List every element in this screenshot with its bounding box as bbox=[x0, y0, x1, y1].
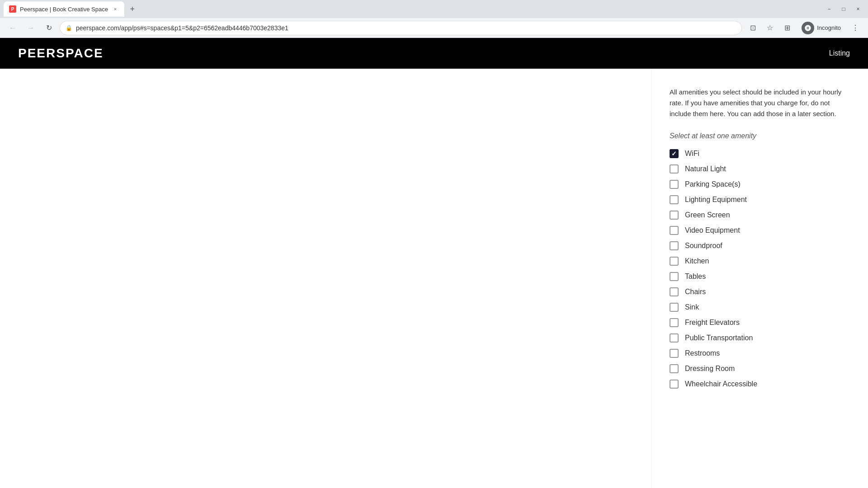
incognito-button[interactable]: Incognito bbox=[797, 20, 845, 36]
amenity-label-kitchen: Kitchen bbox=[685, 257, 709, 265]
amenity-checkbox-green-screen[interactable] bbox=[670, 211, 679, 220]
amenity-label-chairs: Chairs bbox=[685, 288, 706, 296]
maximize-button[interactable]: □ bbox=[837, 3, 850, 15]
amenity-checkbox-freight-elevators[interactable] bbox=[670, 318, 679, 327]
amenity-checkbox-sink[interactable] bbox=[670, 303, 679, 312]
browser-tab[interactable]: P Peerspace | Book Creative Space × bbox=[4, 1, 124, 17]
amenity-label-natural-light: Natural Light bbox=[685, 165, 726, 173]
left-panel bbox=[0, 69, 651, 488]
amenity-checkbox-parking-spaces[interactable] bbox=[670, 180, 679, 189]
browser-chrome: P Peerspace | Book Creative Space × + − … bbox=[0, 0, 868, 38]
amenity-checkbox-lighting-equipment[interactable] bbox=[670, 195, 679, 204]
bookmark-button[interactable]: ☆ bbox=[763, 21, 777, 35]
amenity-label-restrooms: Restrooms bbox=[685, 349, 720, 357]
amenity-checkbox-soundproof[interactable] bbox=[670, 241, 679, 250]
amenity-checkbox-wheelchair-accessible[interactable] bbox=[670, 380, 679, 389]
address-bar[interactable]: 🔒 peerspace.com/app/ps#s=spaces&p1=5&p2=… bbox=[60, 21, 742, 35]
amenity-item-wheelchair-accessible[interactable]: Wheelchair Accessible bbox=[670, 380, 850, 389]
amenity-checkbox-dressing-room[interactable] bbox=[670, 364, 679, 373]
right-panel: All amenities you select should be inclu… bbox=[651, 69, 868, 488]
amenity-label-wifi: WiFi bbox=[685, 150, 699, 158]
forward-button[interactable]: → bbox=[24, 21, 38, 35]
amenity-label-wheelchair-accessible: Wheelchair Accessible bbox=[685, 380, 757, 388]
amenity-list: ✓WiFiNatural LightParking Space(s)Lighti… bbox=[670, 149, 850, 389]
new-tab-button[interactable]: + bbox=[126, 3, 139, 15]
cast-button[interactable]: ⊡ bbox=[745, 21, 760, 35]
browser-toolbar: ← → ↻ 🔒 peerspace.com/app/ps#s=spaces&p1… bbox=[0, 18, 868, 38]
amenity-checkbox-public-transportation[interactable] bbox=[670, 333, 679, 343]
amenity-checkbox-kitchen[interactable] bbox=[670, 257, 679, 266]
listing-nav-link[interactable]: Listing bbox=[829, 49, 850, 57]
amenity-item-tables[interactable]: Tables bbox=[670, 272, 850, 281]
close-window-button[interactable]: × bbox=[852, 3, 864, 15]
amenity-checkbox-chairs[interactable] bbox=[670, 287, 679, 296]
window-controls: − □ × bbox=[823, 3, 864, 15]
amenity-label-freight-elevators: Freight Elevators bbox=[685, 319, 740, 327]
amenity-checkbox-video-equipment[interactable] bbox=[670, 226, 679, 235]
lock-icon: 🔒 bbox=[66, 25, 72, 31]
amenity-item-sink[interactable]: Sink bbox=[670, 303, 850, 312]
tab-favicon: P bbox=[9, 5, 16, 13]
header-nav: Listing bbox=[829, 49, 850, 57]
amenity-label-public-transportation: Public Transportation bbox=[685, 334, 753, 342]
amenity-item-restrooms[interactable]: Restrooms bbox=[670, 349, 850, 358]
select-at-least-label: Select at least one amenity bbox=[670, 132, 850, 140]
amenity-item-natural-light[interactable]: Natural Light bbox=[670, 164, 850, 174]
amenity-label-soundproof: Soundproof bbox=[685, 242, 722, 250]
page-content: PEERSPACE Listing All amenities you sele… bbox=[0, 38, 868, 488]
amenity-item-public-transportation[interactable]: Public Transportation bbox=[670, 333, 850, 343]
amenity-label-lighting-equipment: Lighting Equipment bbox=[685, 196, 747, 204]
reload-button[interactable]: ↻ bbox=[42, 21, 56, 35]
main-content: All amenities you select should be inclu… bbox=[0, 69, 868, 488]
url-text: peerspace.com/app/ps#s=spaces&p1=5&p2=65… bbox=[76, 24, 288, 32]
amenity-checkbox-tables[interactable] bbox=[670, 272, 679, 281]
checkmark-icon: ✓ bbox=[671, 150, 677, 157]
amenity-label-video-equipment: Video Equipment bbox=[685, 226, 740, 235]
amenity-item-freight-elevators[interactable]: Freight Elevators bbox=[670, 318, 850, 327]
amenity-label-sink: Sink bbox=[685, 303, 699, 311]
amenity-item-soundproof[interactable]: Soundproof bbox=[670, 241, 850, 250]
amenity-checkbox-restrooms[interactable] bbox=[670, 349, 679, 358]
incognito-label: Incognito bbox=[817, 24, 841, 31]
back-button[interactable]: ← bbox=[5, 21, 20, 35]
amenity-item-green-screen[interactable]: Green Screen bbox=[670, 211, 850, 220]
amenity-label-green-screen: Green Screen bbox=[685, 211, 730, 219]
amenity-item-dressing-room[interactable]: Dressing Room bbox=[670, 364, 850, 373]
amenity-item-wifi[interactable]: ✓WiFi bbox=[670, 149, 850, 158]
amenities-description: All amenities you select should be inclu… bbox=[670, 87, 850, 119]
toolbar-actions: ⊡ ☆ ⊞ Incognito ⋮ bbox=[745, 20, 863, 36]
amenity-label-tables: Tables bbox=[685, 272, 706, 281]
site-logo[interactable]: PEERSPACE bbox=[18, 46, 104, 61]
amenity-checkbox-wifi[interactable]: ✓ bbox=[670, 149, 679, 158]
extensions-button[interactable]: ⊞ bbox=[780, 21, 794, 35]
tab-title: Peerspace | Book Creative Space bbox=[20, 6, 108, 13]
browser-title-bar: P Peerspace | Book Creative Space × + − … bbox=[0, 0, 868, 18]
amenity-item-chairs[interactable]: Chairs bbox=[670, 287, 850, 296]
amenity-item-lighting-equipment[interactable]: Lighting Equipment bbox=[670, 195, 850, 204]
minimize-button[interactable]: − bbox=[823, 3, 835, 15]
menu-button[interactable]: ⋮ bbox=[848, 21, 863, 35]
tab-close-button[interactable]: × bbox=[112, 5, 119, 13]
amenity-label-dressing-room: Dressing Room bbox=[685, 365, 735, 373]
incognito-icon bbox=[802, 22, 814, 34]
amenity-item-video-equipment[interactable]: Video Equipment bbox=[670, 226, 850, 235]
site-header: PEERSPACE Listing bbox=[0, 38, 868, 69]
amenity-checkbox-natural-light[interactable] bbox=[670, 164, 679, 174]
amenity-item-kitchen[interactable]: Kitchen bbox=[670, 257, 850, 266]
amenity-label-parking-spaces: Parking Space(s) bbox=[685, 180, 741, 188]
amenity-item-parking-spaces[interactable]: Parking Space(s) bbox=[670, 180, 850, 189]
